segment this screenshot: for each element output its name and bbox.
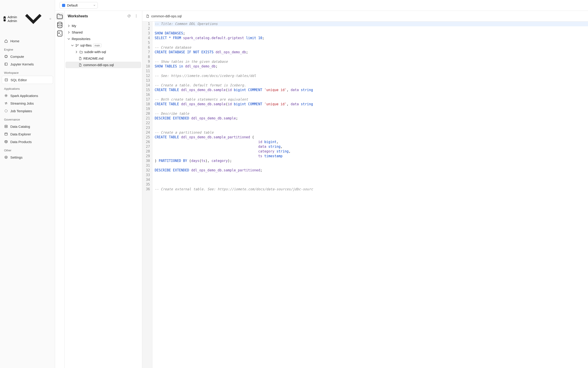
nav-compute[interactable]: Compute <box>2 53 53 60</box>
tree-subdir[interactable]: subdir-with-sql <box>65 49 141 55</box>
code-line[interactable]: DESCRIBE EXTENDED ddl_ops_demo_db.sample… <box>155 116 588 121</box>
section-gov: Governance <box>2 115 53 123</box>
user-name: Admin Admin <box>8 15 17 23</box>
nav-spark[interactable]: Spark Applications <box>2 92 53 99</box>
tree-shared[interactable]: Shared <box>65 29 141 36</box>
code-line[interactable]: CREATE TABLE ddl_ops_demo_db.sample(id b… <box>155 102 588 107</box>
nav-home-label: Home <box>10 39 19 43</box>
code-line[interactable]: -- Create a partitioned table <box>155 130 588 135</box>
code-line[interactable]: -- Create external table. See: https://i… <box>155 187 588 192</box>
svg-point-7 <box>5 110 7 112</box>
catalog-select[interactable]: Default <box>60 2 98 9</box>
refresh-button[interactable] <box>126 13 132 19</box>
code-line[interactable]: CREATE DATABASE IF NOT EXISTS ddl_ops_de… <box>155 50 588 55</box>
nav-templates[interactable]: Job Templates <box>2 107 53 115</box>
code-line[interactable]: -- Both create table statements are equi… <box>155 97 588 102</box>
svg-point-9 <box>6 126 7 127</box>
left-sidebar: A Admin Admin Home Engine Compute Jupyte… <box>0 0 55 368</box>
nav-jupyter-label: Jupyter Kernels <box>10 62 34 66</box>
code-line[interactable]: -- See: https://iomete.com/docs/iceberg-… <box>155 74 588 78</box>
code-line[interactable]: category string, <box>155 149 588 154</box>
code-line[interactable]: -- Show tables in the given database <box>155 59 588 64</box>
tree-repo[interactable]: sql-files main <box>65 42 141 49</box>
file-icon <box>146 14 150 18</box>
svg-point-11 <box>5 156 7 159</box>
nav-catalog[interactable]: Data Catalog <box>2 123 53 130</box>
code-line[interactable]: -- Title: Common DDL Operations <box>155 22 588 26</box>
nav-streaming[interactable]: Streaming Jobs <box>2 99 53 107</box>
nav-settings-label: Settings <box>10 156 22 159</box>
svg-point-4 <box>5 64 6 65</box>
file-icon <box>79 57 82 60</box>
rail-database[interactable] <box>56 21 64 29</box>
panel-toggle-icon[interactable] <box>49 18 51 20</box>
code-line[interactable]: CREATE TABLE ddl_ops_demo_db.sample_part… <box>155 135 588 140</box>
nav-explorer-label: Data Explorer <box>10 132 31 136</box>
code-line[interactable] <box>155 177 588 182</box>
code-line[interactable] <box>155 182 588 187</box>
section-other: Other <box>2 146 53 153</box>
more-button[interactable] <box>134 13 139 19</box>
nav-home[interactable]: Home <box>2 37 53 45</box>
tree-repositories[interactable]: Repositories <box>65 36 141 42</box>
svg-rect-10 <box>5 133 7 135</box>
catalog-color-swatch <box>62 4 65 7</box>
code-line[interactable]: data string, <box>155 144 588 149</box>
catalog-bar: Default <box>55 0 588 11</box>
nav-jupyter[interactable]: Jupyter Kernels <box>2 60 53 68</box>
tree-file-selected[interactable]: common-ddl-ops.sql <box>65 62 141 68</box>
code-line[interactable] <box>155 107 588 111</box>
code-editor[interactable]: 1234567891011121314151617181920212223242… <box>142 22 588 368</box>
chevron-down-icon <box>93 3 96 7</box>
cpu-icon <box>4 55 8 58</box>
arrows-icon <box>4 101 8 105</box>
nav-explorer[interactable]: Data Explorer <box>2 130 53 138</box>
nav-products[interactable]: Data Products <box>2 138 53 146</box>
code-line[interactable]: ) PARTITIONED BY (days(ts), category); <box>155 159 588 163</box>
code-line[interactable]: -- Create database <box>155 45 588 50</box>
tree-shared-label: Shared <box>72 30 82 34</box>
open-file-name: common-ddl-ops.sql <box>151 14 182 18</box>
code-line[interactable]: SHOW TABLES in ddl_ops_demo_db; <box>155 64 588 69</box>
code-line[interactable]: id bigint, <box>155 140 588 144</box>
code-line[interactable]: SELECT * FROM spark_catalog.default.grip… <box>155 36 588 40</box>
code-line[interactable]: SHOW DATABASES; <box>155 31 588 36</box>
rail-history[interactable] <box>56 30 64 37</box>
code-line[interactable]: -- Describe table <box>155 111 588 116</box>
code-line[interactable] <box>155 26 588 31</box>
tree-repo-name: sql-files <box>80 43 92 47</box>
code-line[interactable] <box>155 40 588 45</box>
code-line[interactable]: DESCRIBE EXTENDED ddl_ops_demo_db.sample… <box>155 168 588 173</box>
chevron-right-icon <box>67 31 70 34</box>
file-icon <box>79 63 82 67</box>
tree-readme[interactable]: README.md <box>65 55 141 62</box>
code-line[interactable] <box>155 78 588 83</box>
code-line[interactable] <box>155 173 588 177</box>
code-line[interactable]: ts timestamp <box>155 154 588 159</box>
svg-point-16 <box>136 14 136 15</box>
nav-settings[interactable]: Settings <box>2 153 53 161</box>
tree-my[interactable]: My <box>65 22 141 29</box>
nav-sql-editor[interactable]: SQL Editor <box>2 76 53 84</box>
svg-rect-2 <box>5 63 7 65</box>
code-line[interactable] <box>155 55 588 59</box>
code-line[interactable]: -- Create a table. Default format is Ice… <box>155 83 588 88</box>
code-line[interactable] <box>155 121 588 126</box>
code-line[interactable] <box>155 126 588 130</box>
main-panel: Default common-ddl-ops.sql 1234567891011… <box>142 0 588 368</box>
svg-point-15 <box>58 33 59 34</box>
user-menu[interactable]: A Admin Admin <box>2 3 53 35</box>
template-icon <box>4 109 8 113</box>
tree-my-label: My <box>72 24 76 28</box>
rail-folder[interactable] <box>56 13 64 20</box>
code-line[interactable] <box>155 69 588 74</box>
code-line[interactable]: CREATE TABLE ddl_ops_demo_db.sample(id b… <box>155 88 588 92</box>
nav-streaming-label: Streaming Jobs <box>10 101 34 105</box>
home-icon <box>4 39 8 43</box>
nav-catalog-label: Data Catalog <box>10 125 30 129</box>
code-line[interactable] <box>155 92 588 97</box>
svg-point-13 <box>57 22 62 24</box>
chevron-right-icon <box>75 50 78 54</box>
chevron-down-icon <box>71 44 74 47</box>
code-line[interactable] <box>155 163 588 168</box>
